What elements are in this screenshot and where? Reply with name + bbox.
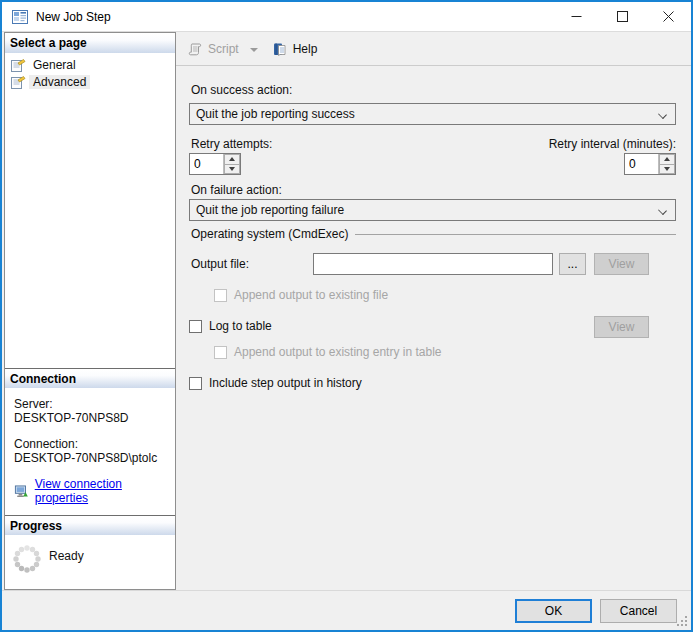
chevron-down-icon — [658, 110, 667, 119]
server-label: Server: — [14, 397, 167, 411]
script-dropdown-caret-icon[interactable] — [250, 48, 258, 52]
page-icon — [10, 74, 26, 90]
progress-spinner-icon — [11, 543, 43, 575]
progress-section: Ready — [5, 535, 175, 589]
log-to-table-checkbox[interactable] — [189, 320, 202, 333]
progress-status: Ready — [49, 549, 84, 563]
append-table-row: Append output to existing entry in table — [214, 345, 441, 359]
sidebar-item-label: General — [29, 58, 80, 72]
spin-down-button[interactable] — [659, 165, 675, 175]
retry-interval-spinner — [624, 153, 676, 175]
retry-attempts-input[interactable] — [190, 154, 223, 174]
include-history-checkbox[interactable] — [189, 377, 202, 390]
on-failure-action-select[interactable]: Quit the job reporting failure — [189, 199, 676, 221]
ok-button[interactable]: OK — [515, 599, 592, 623]
append-table-checkbox — [214, 346, 227, 359]
arrow-up-icon — [664, 157, 670, 161]
advanced-form: On success action: Quit the job reportin… — [176, 66, 691, 590]
retry-interval-label: Retry interval (minutes): — [549, 137, 676, 151]
view-table-button: View — [594, 316, 649, 338]
operating-system-group-label: Operating system (CmdExec) — [191, 227, 348, 241]
connection-value: DESKTOP-70NPS8D\ptolc — [14, 451, 167, 465]
maximize-button[interactable] — [599, 2, 645, 31]
include-history-row: Include step output in history — [189, 376, 362, 390]
append-output-file-checkbox — [214, 289, 227, 302]
spin-down-button[interactable] — [224, 165, 240, 175]
script-scroll-icon — [187, 41, 203, 57]
view-connection-properties-link[interactable]: View connection properties — [35, 477, 167, 505]
on-success-action-value: Quit the job reporting success — [196, 107, 355, 121]
sidebar-item-label: Advanced — [29, 75, 90, 89]
sidebar: Select a page General Ad — [4, 32, 176, 590]
cancel-button[interactable]: Cancel — [600, 599, 677, 623]
include-history-label: Include step output in history — [209, 376, 362, 390]
spin-up-button[interactable] — [224, 154, 240, 165]
page-tree: General Advanced — [5, 53, 175, 96]
operating-system-group: Operating system (CmdExec) — [191, 227, 676, 241]
on-failure-action-value: Quit the job reporting failure — [196, 203, 344, 217]
arrow-down-icon — [229, 167, 235, 171]
connection-header: Connection — [5, 368, 175, 388]
sidebar-filler — [5, 96, 175, 368]
main-panel: Script Help On success action: Quit t — [176, 32, 691, 590]
append-output-file-row: Append output to existing file — [214, 288, 388, 302]
retry-attempts-spinner — [189, 153, 241, 175]
connection-properties-icon — [14, 483, 29, 499]
view-output-file-button: View — [594, 253, 649, 275]
new-job-step-dialog: New Job Step Select a page — [0, 0, 693, 632]
on-failure-action-label: On failure action: — [191, 183, 282, 197]
connection-section: Server: DESKTOP-70NPS8D Connection: DESK… — [5, 388, 175, 515]
connection-label: Connection: — [14, 437, 167, 451]
on-success-action-select[interactable]: Quit the job reporting success — [189, 103, 676, 125]
append-output-file-label: Append output to existing file — [234, 288, 388, 302]
close-icon — [663, 11, 674, 22]
append-table-label: Append output to existing entry in table — [234, 345, 441, 359]
arrow-up-icon — [229, 157, 235, 161]
minimize-button[interactable] — [553, 2, 599, 31]
spin-up-button[interactable] — [659, 154, 675, 165]
server-value: DESKTOP-70NPS8D — [14, 411, 167, 425]
script-button[interactable]: Script — [183, 37, 243, 61]
help-book-icon — [272, 41, 288, 57]
sidebar-item-advanced[interactable]: Advanced — [5, 73, 175, 90]
window-title: New Job Step — [36, 10, 553, 24]
log-to-table-row: Log to table — [189, 319, 272, 333]
footer-bar: OK Cancel — [2, 590, 691, 630]
script-button-label: Script — [208, 42, 239, 56]
new-job-step-icon — [12, 9, 28, 25]
output-file-input[interactable] — [313, 253, 553, 275]
select-a-page-header: Select a page — [5, 33, 175, 53]
on-success-action-label: On success action: — [191, 83, 292, 97]
arrow-down-icon — [664, 167, 670, 171]
retry-interval-input[interactable] — [625, 154, 658, 174]
output-file-label: Output file: — [191, 257, 249, 271]
help-button[interactable]: Help — [268, 37, 322, 61]
log-to-table-label: Log to table — [209, 319, 272, 333]
page-icon — [10, 57, 26, 73]
titlebar[interactable]: New Job Step — [2, 2, 691, 32]
help-button-label: Help — [293, 42, 318, 56]
maximize-icon — [617, 11, 628, 22]
browse-output-file-button[interactable]: ... — [559, 253, 586, 275]
close-button[interactable] — [645, 2, 691, 31]
toolbar: Script Help — [176, 32, 691, 66]
chevron-down-icon — [658, 206, 667, 215]
group-divider — [355, 234, 676, 241]
sidebar-item-general[interactable]: General — [5, 56, 175, 73]
retry-attempts-label: Retry attempts: — [191, 137, 272, 151]
progress-header: Progress — [5, 515, 175, 535]
resize-grip[interactable] — [676, 615, 689, 628]
minimize-icon — [571, 11, 582, 22]
